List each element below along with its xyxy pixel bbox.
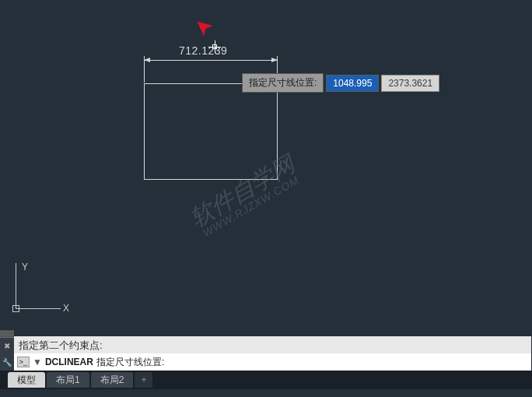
layout-tabs: 模型 布局1 布局2 + — [0, 371, 532, 389]
tab-layout2[interactable]: 布局2 — [91, 372, 134, 388]
dim-arrow-right — [271, 58, 278, 62]
dynamic-input-tooltip[interactable]: 指定尺寸线位置: 1048.995 2373.3621 — [242, 73, 439, 93]
tooltip-value-secondary: 2373.3621 — [381, 75, 439, 92]
drawn-rectangle[interactable] — [144, 83, 278, 180]
command-dropdown-icon[interactable]: ▼ — [33, 357, 42, 367]
command-prompt-text: 指定尺寸线位置: — [96, 356, 164, 369]
command-history-line: 指定第二个约束点: — [14, 336, 531, 353]
ucs-y-label: Y — [22, 262, 28, 272]
dim-line — [144, 60, 278, 61]
tooltip-value-active[interactable]: 1048.995 — [326, 75, 379, 92]
command-panel-drag-handle[interactable] — [0, 330, 14, 338]
close-icon[interactable]: ✖ — [4, 342, 10, 350]
ucs-icon: Y X — [6, 263, 61, 318]
command-line[interactable]: >_ ▼ DCLINEAR 指定尺寸线位置: — [14, 353, 531, 371]
annotation-arrow: ➤ — [188, 11, 219, 42]
tab-layout1[interactable]: 布局1 — [47, 372, 89, 388]
command-prompt-icon[interactable]: >_ — [17, 357, 30, 367]
command-name: DCLINEAR — [45, 357, 93, 367]
tab-model[interactable]: 模型 — [8, 372, 45, 388]
ucs-x-label: X — [63, 303, 69, 314]
tab-add-button[interactable]: + — [135, 372, 152, 388]
dim-arrow-left — [144, 58, 150, 62]
command-panel-sidebar: ✖ 🔧 — [0, 338, 14, 371]
wrench-icon[interactable]: 🔧 — [2, 358, 12, 367]
tooltip-label: 指定尺寸线位置: — [242, 73, 324, 93]
